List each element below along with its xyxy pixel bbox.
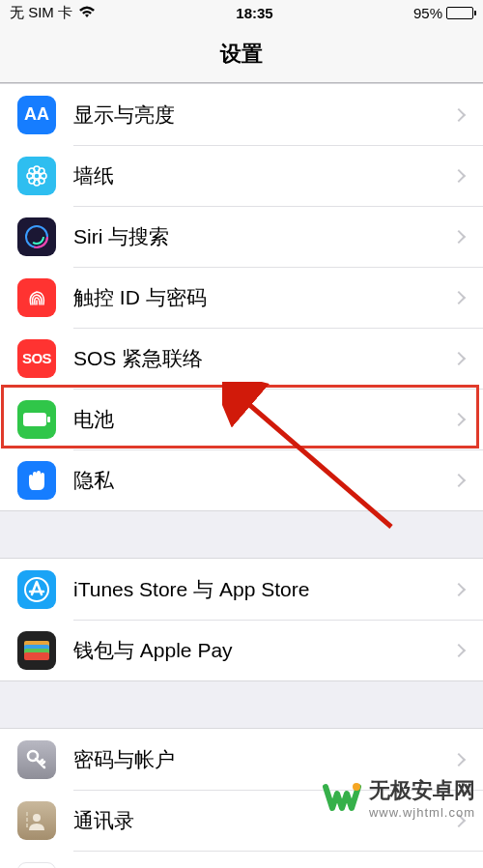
row-label: 触控 ID 与密码: [73, 284, 454, 311]
chevron-right-icon: [452, 752, 466, 766]
siri-icon: [17, 217, 56, 256]
chevron-right-icon: [452, 351, 466, 364]
row-wallet[interactable]: 钱包与 Apple Pay: [0, 620, 483, 680]
svg-point-29: [353, 783, 360, 791]
display-icon: AA: [17, 96, 56, 134]
hand-icon: [17, 461, 56, 500]
chevron-right-icon: [452, 168, 466, 182]
chevron-right-icon: [452, 582, 466, 595]
chevron-right-icon: [452, 290, 466, 304]
contacts-icon: [17, 801, 56, 840]
row-label: 隐私: [73, 467, 454, 494]
row-label: 电池: [73, 406, 454, 433]
row-battery[interactable]: 电池: [0, 389, 483, 449]
wifi-icon: [78, 5, 96, 21]
appstore-icon: [17, 570, 56, 609]
svg-rect-13: [47, 417, 50, 422]
svg-point-20: [33, 814, 41, 822]
svg-rect-23: [26, 824, 28, 827]
calendar-icon: [17, 862, 56, 869]
row-label: 钱包与 Apple Pay: [73, 637, 454, 664]
svg-rect-12: [23, 413, 46, 426]
row-privacy[interactable]: 隐私: [0, 449, 483, 510]
watermark-url: www.wjhtml.com: [369, 805, 475, 820]
svg-point-11: [30, 230, 43, 244]
flower-icon: [17, 157, 56, 195]
battery-pct-label: 95%: [413, 5, 442, 21]
row-siri[interactable]: Siri 与搜索: [0, 206, 483, 267]
chevron-right-icon: [452, 107, 466, 121]
page-title: 设置: [220, 40, 263, 69]
status-bar: 无 SIM 卡 18:35 95%: [0, 0, 483, 25]
chevron-right-icon: [452, 643, 466, 656]
row-label: iTunes Store 与 App Store: [73, 576, 454, 603]
sos-icon: SOS: [17, 339, 56, 378]
svg-rect-18: [24, 652, 49, 660]
row-label: SOS 紧急联络: [73, 345, 454, 372]
wallet-icon: [17, 631, 56, 670]
chevron-right-icon: [452, 473, 466, 486]
clock: 18:35: [236, 5, 272, 21]
svg-rect-22: [26, 818, 28, 822]
battery-icon: [446, 7, 473, 19]
row-calendar[interactable]: 日历: [0, 851, 483, 868]
nav-bar: 设置: [0, 25, 483, 83]
chevron-right-icon: [452, 229, 466, 243]
carrier-label: 无 SIM 卡: [10, 4, 72, 22]
watermark-brand: 无极安卓网: [369, 776, 475, 805]
row-sos[interactable]: SOS SOS 紧急联络: [0, 328, 483, 389]
row-display[interactable]: AA 显示与亮度: [0, 84, 483, 145]
settings-group-2: iTunes Store 与 App Store 钱包与 Apple Pay: [0, 558, 483, 681]
row-wallpaper[interactable]: 墙纸: [0, 145, 483, 206]
key-icon: [17, 740, 56, 779]
settings-group-1: AA 显示与亮度 墙纸 Siri 与搜索 触控 ID 与密码 SOS SOS 紧…: [0, 83, 483, 511]
chevron-right-icon: [452, 412, 466, 425]
row-label: Siri 与搜索: [73, 223, 454, 250]
row-itunes[interactable]: iTunes Store 与 App Store: [0, 559, 483, 620]
svg-point-0: [34, 173, 40, 179]
row-label: 密码与帐户: [73, 746, 454, 773]
watermark-logo-icon: [323, 779, 361, 818]
svg-rect-21: [26, 812, 28, 816]
row-touchid[interactable]: 触控 ID 与密码: [0, 267, 483, 328]
fingerprint-icon: [17, 278, 56, 317]
row-label: 显示与亮度: [73, 101, 454, 129]
row-label: 墙纸: [73, 162, 454, 189]
watermark: 无极安卓网 www.wjhtml.com: [323, 776, 475, 820]
battery-icon: [17, 400, 56, 439]
